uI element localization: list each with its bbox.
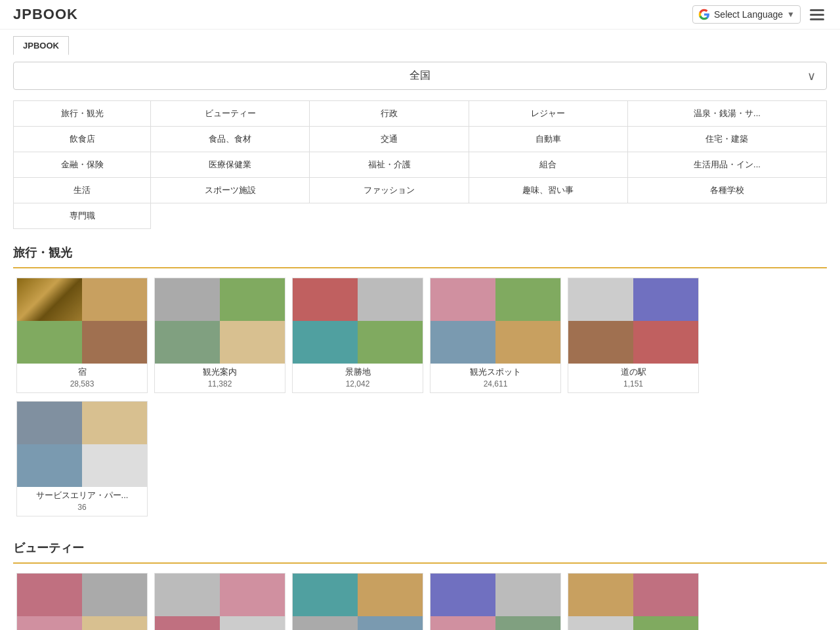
- section-travel: 旅行・観光 宿 28,583: [13, 245, 827, 524]
- category-cell[interactable]: 温泉・銭湯・サ...: [627, 101, 826, 127]
- card-img: [633, 321, 698, 364]
- hamburger-icon: [810, 9, 824, 20]
- category-cell[interactable]: 専門職: [14, 203, 151, 229]
- card-beauty-2-images: [155, 574, 285, 630]
- category-cell[interactable]: 趣味、習い事: [469, 178, 627, 203]
- category-cell[interactable]: [627, 203, 826, 229]
- category-cell[interactable]: 食品、食材: [151, 127, 310, 152]
- card-img: [568, 616, 633, 630]
- region-selector[interactable]: 全国 ∨: [14, 62, 826, 89]
- card-beauty-2[interactable]: [154, 573, 285, 630]
- card-beauty-4-images: [430, 574, 560, 630]
- card-img: [17, 402, 82, 444]
- card-michi-no-eki-name: 道の駅: [568, 364, 698, 379]
- card-img: [220, 616, 285, 630]
- section-title-beauty: ビューティー: [13, 540, 84, 556]
- card-img: [633, 574, 698, 616]
- category-cell[interactable]: 飲食店: [14, 127, 151, 152]
- card-service-area[interactable]: サービスエリア・パー... 36: [16, 401, 148, 516]
- card-img: [155, 321, 220, 364]
- header: JPBOOK Select Language ▼: [0, 0, 840, 30]
- card-img: [495, 278, 560, 321]
- card-beauty-3[interactable]: [292, 573, 423, 630]
- card-beauty-4[interactable]: [430, 573, 561, 630]
- nav-tabs: JPBOOK: [0, 30, 840, 55]
- menu-icon-button[interactable]: [807, 7, 827, 23]
- card-img: [82, 574, 147, 616]
- category-cell[interactable]: 金融・保険: [14, 152, 151, 178]
- card-img: [17, 444, 82, 487]
- category-cell[interactable]: [310, 203, 469, 229]
- card-img: [430, 616, 495, 630]
- card-kanko-spot-images: [430, 278, 560, 364]
- category-cell[interactable]: スポーツ施設: [151, 178, 310, 203]
- card-img: [293, 574, 358, 616]
- card-img: [568, 321, 633, 364]
- card-img: [82, 278, 147, 321]
- card-img: [293, 278, 358, 321]
- card-service-area-images: [17, 402, 147, 487]
- card-michi-no-eki-count: 1,151: [568, 379, 698, 392]
- region-dropdown-arrow: ∨: [807, 69, 816, 83]
- category-cell[interactable]: [469, 203, 627, 229]
- category-cell[interactable]: 行政: [310, 101, 469, 127]
- card-img: [82, 402, 147, 444]
- category-cell[interactable]: 各種学校: [627, 178, 826, 203]
- card-beauty-5[interactable]: [568, 573, 699, 630]
- category-cell[interactable]: 生活: [14, 178, 151, 203]
- card-yado-images: [17, 278, 147, 364]
- card-beauty-1[interactable]: [16, 573, 148, 630]
- site-logo[interactable]: JPBOOK: [13, 6, 78, 23]
- card-kanko-spot-name: 観光スポット: [430, 364, 560, 379]
- card-michi-no-eki[interactable]: 道の駅 1,151: [568, 278, 699, 393]
- category-cell[interactable]: 自動車: [469, 127, 627, 152]
- region-selector-wrapper: 全国 ∨: [13, 62, 827, 90]
- card-img: [82, 444, 147, 487]
- card-img: [568, 278, 633, 321]
- category-grid: 旅行・観光ビューティー行政レジャー温泉・銭湯・サ...飲食店食品、食材交通自動車…: [13, 100, 827, 229]
- region-label: 全国: [24, 69, 816, 83]
- card-yado-count: 28,583: [17, 379, 147, 392]
- card-kanko-annai-count: 11,382: [155, 379, 285, 392]
- card-img: [633, 278, 698, 321]
- language-dropdown-arrow: ▼: [787, 10, 795, 19]
- card-keishochi-count: 12,042: [293, 379, 423, 392]
- section-divider-beauty: [13, 562, 827, 564]
- category-cell[interactable]: ファッション: [310, 178, 469, 203]
- card-yado[interactable]: 宿 28,583: [16, 278, 148, 393]
- main-content: 全国 ∨ 旅行・観光ビューティー行政レジャー温泉・銭湯・サ...飲食店食品、食材…: [0, 62, 840, 630]
- card-kanko-spot[interactable]: 観光スポット 24,611: [430, 278, 561, 393]
- section-header-beauty: ビューティー: [13, 540, 827, 556]
- card-img: [495, 616, 560, 630]
- card-kanko-annai[interactable]: 観光案内 11,382: [154, 278, 285, 393]
- category-cell[interactable]: 交通: [310, 127, 469, 152]
- language-label: Select Language: [714, 9, 783, 20]
- category-cell[interactable]: 組合: [469, 152, 627, 178]
- category-cell[interactable]: 医療保健業: [151, 152, 310, 178]
- card-keishochi[interactable]: 景勝地 12,042: [292, 278, 423, 393]
- category-cell[interactable]: ビューティー: [151, 101, 310, 127]
- card-img: [495, 321, 560, 364]
- card-img: [155, 278, 220, 321]
- card-img: [17, 278, 82, 321]
- card-img: [358, 278, 423, 321]
- tab-jpbook[interactable]: JPBOOK: [13, 36, 69, 55]
- category-cell[interactable]: 福祉・介護: [310, 152, 469, 178]
- card-img: [633, 616, 698, 630]
- category-cell[interactable]: 旅行・観光: [14, 101, 151, 127]
- beauty-cards-grid: [13, 573, 827, 630]
- language-selector[interactable]: Select Language ▼: [692, 5, 801, 24]
- card-img: [495, 574, 560, 616]
- card-img: [220, 278, 285, 321]
- category-cell[interactable]: [151, 203, 310, 229]
- card-img: [155, 574, 220, 616]
- card-img: [358, 574, 423, 616]
- card-img: [358, 616, 423, 630]
- card-img: [155, 616, 220, 630]
- card-img: [82, 321, 147, 364]
- section-beauty: ビューティー: [13, 540, 827, 630]
- category-cell[interactable]: レジャー: [469, 101, 627, 127]
- card-img: [220, 321, 285, 364]
- category-cell[interactable]: 生活用品・イン...: [627, 152, 826, 178]
- category-cell[interactable]: 住宅・建築: [627, 127, 826, 152]
